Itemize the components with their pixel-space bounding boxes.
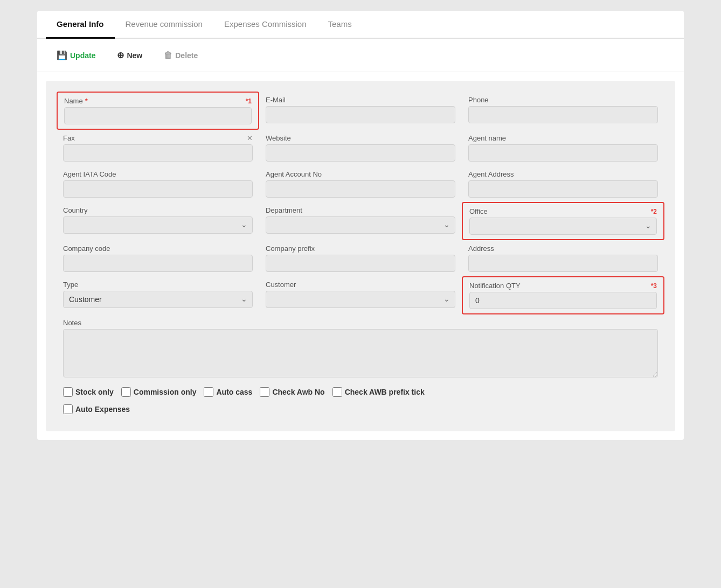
delete-button[interactable]: 🗑 Delete bbox=[155, 47, 206, 64]
website-cell: Website bbox=[259, 130, 462, 166]
department-select[interactable] bbox=[266, 216, 455, 234]
name-required-star: * bbox=[85, 97, 88, 105]
form-area: Name * *1 E-Mail Phone Fax ✕ bbox=[46, 81, 675, 431]
customer-select[interactable] bbox=[266, 291, 455, 308]
form-grid: Name * *1 E-Mail Phone Fax ✕ bbox=[57, 92, 664, 382]
agent-account-input[interactable] bbox=[266, 180, 455, 198]
office-select[interactable] bbox=[469, 218, 657, 235]
company-code-label: Company code bbox=[63, 244, 253, 253]
check-awb-no-checkbox[interactable] bbox=[260, 387, 269, 397]
country-select[interactable] bbox=[63, 216, 253, 234]
stock-only-checkbox[interactable] bbox=[63, 387, 73, 397]
auto-expenses-checkbox[interactable] bbox=[63, 404, 73, 414]
check-awb-no-checkbox-item[interactable]: Check Awb No bbox=[260, 387, 324, 397]
check-awb-prefix-checkbox[interactable] bbox=[332, 387, 342, 397]
save-icon: 💾 bbox=[57, 50, 67, 60]
country-select-wrapper bbox=[63, 216, 253, 234]
company-code-input[interactable] bbox=[63, 255, 253, 272]
checkboxes-row: Stock only Commission only Auto cass Che… bbox=[57, 382, 664, 402]
fax-cell: Fax ✕ bbox=[57, 130, 259, 166]
agent-address-label: Agent Address bbox=[468, 170, 658, 178]
notification-qty-cell: Notification QTY *3 bbox=[462, 276, 664, 314]
auto-cass-label: Auto cass bbox=[216, 388, 252, 396]
department-label: Department bbox=[266, 206, 455, 214]
notes-label: Notes bbox=[63, 319, 658, 327]
fax-input[interactable] bbox=[63, 144, 253, 162]
office-select-wrapper bbox=[469, 218, 657, 235]
agent-account-cell: Agent Account No bbox=[259, 166, 462, 202]
agent-account-label: Agent Account No bbox=[266, 170, 455, 178]
name-required-badge: *1 bbox=[246, 97, 252, 105]
plus-circle-icon: ⊕ bbox=[117, 50, 124, 60]
customer-cell: Customer bbox=[259, 276, 462, 314]
commission-only-checkbox[interactable] bbox=[121, 387, 131, 397]
type-select[interactable]: Customer bbox=[63, 291, 253, 308]
name-label-row: Name * *1 bbox=[64, 97, 252, 105]
website-input[interactable] bbox=[266, 144, 455, 162]
email-cell: E-Mail bbox=[259, 92, 462, 130]
auto-expenses-label: Auto Expenses bbox=[75, 405, 130, 414]
check-awb-prefix-label: Check AWB prefix tick bbox=[345, 388, 425, 396]
update-button[interactable]: 💾 Update bbox=[48, 46, 104, 64]
auto-expenses-checkbox-item[interactable]: Auto Expenses bbox=[63, 404, 130, 414]
fax-clear-button[interactable]: ✕ bbox=[247, 134, 253, 142]
notification-qty-label-row: Notification QTY *3 bbox=[469, 282, 657, 290]
notification-qty-input[interactable] bbox=[469, 292, 657, 309]
check-awb-prefix-checkbox-item[interactable]: Check AWB prefix tick bbox=[332, 387, 425, 397]
customer-select-wrapper bbox=[266, 291, 455, 308]
country-label: Country bbox=[63, 206, 253, 214]
notes-textarea[interactable] bbox=[63, 329, 658, 377]
tab-expenses-commission[interactable]: Expenses Commission bbox=[213, 11, 317, 39]
new-button[interactable]: ⊕ New bbox=[108, 46, 151, 64]
company-prefix-input[interactable] bbox=[266, 255, 455, 272]
website-label: Website bbox=[266, 134, 455, 142]
office-label: Office bbox=[469, 207, 488, 215]
stock-only-checkbox-item[interactable]: Stock only bbox=[63, 387, 114, 397]
auto-cass-checkbox-item[interactable]: Auto cass bbox=[204, 387, 252, 397]
office-cell: Office *2 bbox=[462, 202, 664, 240]
agent-address-input[interactable] bbox=[468, 180, 658, 198]
fax-label: Fax bbox=[63, 134, 75, 142]
agent-name-cell: Agent name bbox=[462, 130, 664, 166]
auto-cass-checkbox[interactable] bbox=[204, 387, 213, 397]
company-code-cell: Company code bbox=[57, 240, 259, 276]
auto-expenses-row: Auto Expenses bbox=[57, 402, 664, 421]
agent-iata-label: Agent IATA Code bbox=[63, 170, 253, 178]
commission-only-checkbox-item[interactable]: Commission only bbox=[121, 387, 197, 397]
email-label: E-Mail bbox=[266, 96, 455, 104]
office-label-row: Office *2 bbox=[469, 207, 657, 215]
new-label: New bbox=[127, 51, 142, 60]
tab-revenue-commission[interactable]: Revenue commission bbox=[115, 11, 213, 39]
phone-input[interactable] bbox=[468, 106, 658, 123]
company-prefix-cell: Company prefix bbox=[259, 240, 462, 276]
address-label: Address bbox=[468, 244, 658, 253]
notification-qty-badge: *3 bbox=[651, 282, 657, 290]
agent-iata-cell: Agent IATA Code bbox=[57, 166, 259, 202]
address-cell: Address bbox=[462, 240, 664, 276]
delete-label: Delete bbox=[175, 51, 198, 60]
agent-iata-input[interactable] bbox=[63, 180, 253, 198]
name-cell: Name * *1 bbox=[57, 92, 259, 130]
notification-qty-label: Notification QTY bbox=[469, 282, 521, 290]
commission-only-label: Commission only bbox=[134, 388, 197, 396]
agent-name-input[interactable] bbox=[468, 144, 658, 162]
email-input[interactable] bbox=[266, 106, 455, 123]
phone-label: Phone bbox=[468, 96, 658, 104]
company-prefix-label: Company prefix bbox=[266, 244, 455, 253]
update-label: Update bbox=[70, 51, 95, 60]
phone-cell: Phone bbox=[462, 92, 664, 130]
type-cell: Type Customer bbox=[57, 276, 259, 314]
type-select-wrapper: Customer bbox=[63, 291, 253, 308]
tab-general-info[interactable]: General Info bbox=[46, 11, 115, 39]
tabs-bar: General Info Revenue commission Expenses… bbox=[37, 11, 684, 39]
main-container: General Info Revenue commission Expenses… bbox=[37, 11, 684, 440]
type-label: Type bbox=[63, 281, 253, 289]
country-cell: Country bbox=[57, 202, 259, 240]
address-input[interactable] bbox=[468, 255, 658, 272]
agent-name-label: Agent name bbox=[468, 134, 658, 142]
name-input[interactable] bbox=[64, 107, 252, 124]
tab-teams[interactable]: Teams bbox=[317, 11, 363, 39]
fax-label-row: Fax ✕ bbox=[63, 134, 253, 142]
office-required-badge: *2 bbox=[651, 208, 657, 215]
notes-cell: Notes bbox=[57, 314, 664, 382]
